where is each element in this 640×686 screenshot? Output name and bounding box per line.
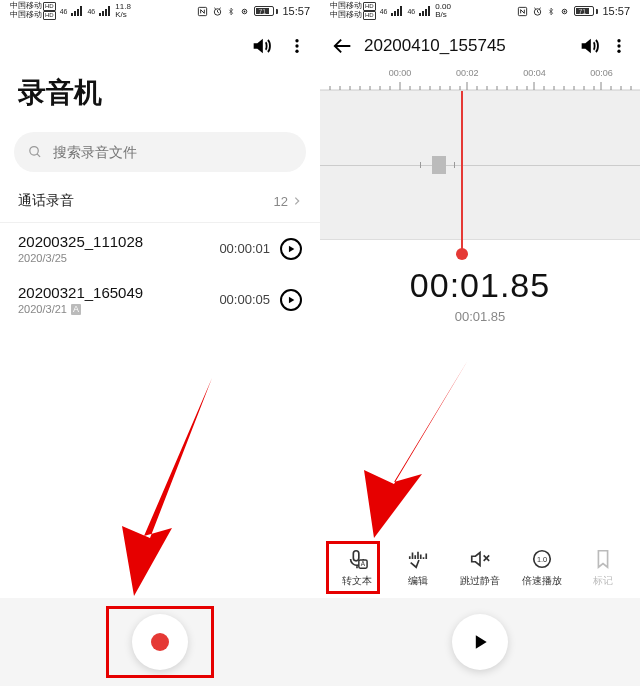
svg-point-4: [295, 39, 298, 42]
recording-name: 20200325_111028: [18, 233, 143, 250]
group-call-recordings[interactable]: 通话录音 12: [0, 180, 320, 222]
recording-date: 2020/3/21 A: [18, 303, 143, 315]
speaker-icon[interactable]: [250, 35, 272, 57]
tool-skip-silence[interactable]: 跳过静音: [452, 548, 508, 588]
svg-point-12: [617, 39, 620, 42]
battery-icon: 71: [254, 6, 278, 16]
annotation-arrow-icon: [104, 378, 214, 598]
play-button[interactable]: [280, 238, 302, 260]
bluetooth-icon: [227, 6, 235, 17]
signal-bars-icon: [391, 6, 403, 16]
page-title: 录音机: [0, 70, 320, 124]
tag-badge: A: [71, 304, 81, 315]
group-label: 通话录音: [18, 192, 74, 210]
nfc-icon: [517, 6, 528, 17]
status-time: 15:57: [282, 5, 310, 17]
record-bar: [0, 598, 320, 686]
record-button[interactable]: [132, 614, 188, 670]
svg-point-6: [295, 50, 298, 53]
playback-speed-icon: 1.0: [530, 548, 554, 570]
recording-duration: 00:00:05: [219, 292, 270, 307]
status-bar: 中国移动HD 中国移动HD 46 46 11.8 K/s: [0, 0, 320, 22]
header-actions: [0, 22, 320, 70]
skip-silence-icon: [468, 548, 492, 570]
signal-bars-icon: [99, 6, 111, 16]
edit-waveform-icon: [406, 548, 430, 570]
file-title: 20200410_155745: [364, 36, 568, 56]
current-time: 00:01.85: [320, 266, 640, 305]
group-count: 12: [274, 194, 288, 209]
tool-to-text[interactable]: A 转文本: [329, 548, 385, 588]
recording-name: 20200321_165049: [18, 284, 143, 301]
waveform-display[interactable]: [320, 90, 640, 240]
nfc-icon: [197, 6, 208, 17]
svg-point-7: [30, 147, 38, 155]
svg-point-5: [295, 44, 298, 47]
recording-date: 2020/3/25: [18, 252, 143, 264]
signal-bars-icon: [71, 6, 83, 16]
tool-edit[interactable]: 编辑: [390, 548, 446, 588]
play-button-large[interactable]: [452, 614, 508, 670]
recording-row[interactable]: 20200325_111028 2020/3/25 00:00:01: [0, 223, 320, 274]
alarm-icon: [532, 6, 543, 17]
eye-comfort-icon: [559, 6, 570, 17]
recorder-playback-screen: 中国移动HD 中国移动HD 46 46 0.00 B/s: [320, 0, 640, 686]
speaker-icon[interactable]: [578, 35, 600, 57]
tool-bookmark[interactable]: 标记: [575, 548, 631, 588]
total-time: 00:01.85: [320, 309, 640, 324]
play-icon: [470, 632, 490, 652]
signal-bars-icon: [419, 6, 431, 16]
bluetooth-icon: [547, 6, 555, 17]
more-icon[interactable]: [288, 35, 306, 57]
alarm-icon: [212, 6, 223, 17]
eye-comfort-icon: [239, 6, 250, 17]
svg-text:1.0: 1.0: [536, 555, 546, 564]
annotation-arrow-icon: [350, 360, 470, 540]
tool-speed[interactable]: 1.0 倍速播放: [514, 548, 570, 588]
search-bar[interactable]: [14, 132, 306, 172]
svg-point-11: [564, 10, 566, 12]
battery-icon: 71: [574, 6, 598, 16]
speech-to-text-icon: A: [345, 548, 369, 570]
recording-row[interactable]: 20200321_165049 2020/3/21 A 00:00:05: [0, 274, 320, 325]
bookmark-icon: [591, 548, 615, 570]
playhead-indicator: [461, 91, 463, 257]
arrow-left-icon: [332, 35, 354, 57]
play-icon: [286, 295, 296, 305]
svg-rect-48: [353, 551, 359, 561]
play-icon: [286, 244, 296, 254]
playback-tools: A 转文本 编辑 跳过静音 1.0 倍速播放 标记: [320, 542, 640, 598]
playback-header: 20200410_155745: [320, 22, 640, 70]
back-button[interactable]: [332, 35, 354, 57]
svg-point-3: [244, 10, 246, 12]
svg-point-14: [617, 50, 620, 53]
more-icon[interactable]: [610, 35, 628, 57]
recorder-list-screen: 中国移动HD 中国移动HD 46 46 11.8 K/s: [0, 0, 320, 686]
svg-text:A: A: [361, 560, 366, 567]
svg-point-13: [617, 44, 620, 47]
recording-duration: 00:00:01: [219, 241, 270, 256]
record-dot-icon: [151, 633, 169, 651]
search-icon: [28, 144, 43, 160]
chevron-right-icon: [292, 195, 302, 207]
status-bar: 中国移动HD 中国移动HD 46 46 0.00 B/s: [320, 0, 640, 22]
playback-bottom-bar: [320, 598, 640, 686]
search-input[interactable]: [53, 144, 292, 160]
time-ruler: 00:00 00:02 00:04 00:06: [320, 70, 640, 90]
status-time: 15:57: [602, 5, 630, 17]
play-button[interactable]: [280, 289, 302, 311]
